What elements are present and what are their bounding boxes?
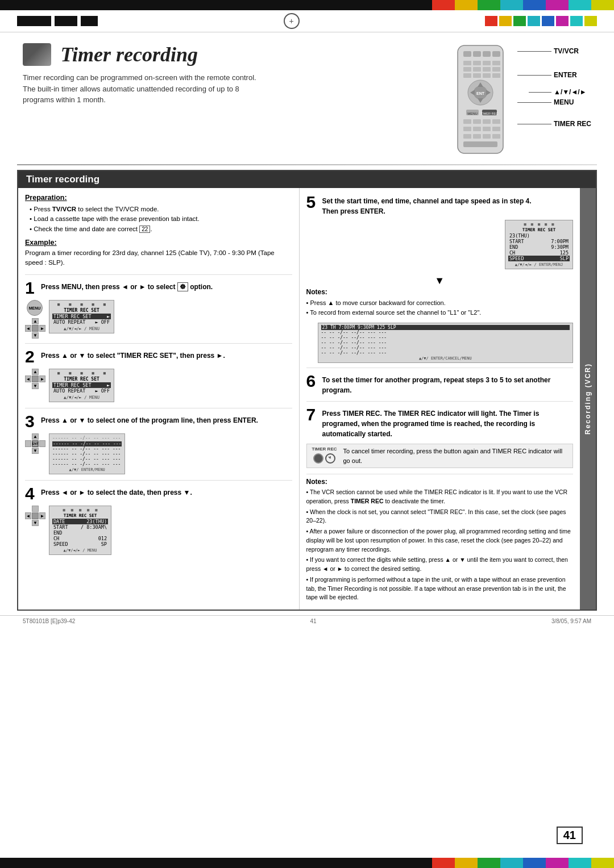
- step4: 4 Press ◄ or ► to select the date, then …: [25, 480, 292, 555]
- svg-rect-2: [473, 51, 481, 57]
- step7-text: Press TIMER REC. The TIMER REC indicator…: [322, 406, 574, 439]
- svg-rect-39: [492, 134, 500, 139]
- intro-line3: programs within 1 month.: [23, 94, 262, 106]
- step2-number: 2: [25, 348, 38, 365]
- black-bar2: [55, 16, 77, 26]
- svg-rect-37: [473, 134, 481, 139]
- page-number: 41: [557, 827, 583, 844]
- vcr-side-tab: Recording (VCR): [580, 188, 596, 610]
- svg-rect-40: [463, 141, 497, 147]
- notes-bottom-title: Notes:: [306, 478, 574, 486]
- step4-number: 4: [25, 485, 38, 502]
- cancel-timer-box: TIMER REC To cancel timer recording,: [306, 444, 574, 468]
- left-column: Preparation: • Press TV/VCR to select th…: [18, 188, 300, 610]
- svg-rect-7: [483, 61, 491, 65]
- svg-rect-32: [463, 127, 471, 131]
- step5-text: Set the start time, end time, channel an…: [322, 194, 532, 216]
- svg-rect-38: [483, 134, 491, 139]
- svg-rect-14: [473, 73, 481, 78]
- timer-rec-button-area: TIMER REC: [310, 446, 339, 464]
- top-color-bar: [0, 0, 614, 10]
- svg-rect-36: [463, 134, 471, 139]
- svg-text:ENT: ENT: [476, 91, 485, 95]
- svg-text:MENU: MENU: [467, 112, 478, 115]
- black-bar3: [81, 16, 98, 26]
- down-arrow: ▼: [306, 275, 574, 287]
- prep-title: Preparation:: [25, 194, 292, 202]
- step2-text: Press ▲ or ▼ to select "TIMER REC SET", …: [41, 348, 225, 361]
- svg-rect-13: [463, 73, 471, 78]
- svg-rect-29: [473, 119, 481, 124]
- svg-rect-11: [483, 67, 491, 72]
- step1-remote: MENU ▲ ◄ ► ▼: [25, 300, 44, 337]
- step1-text: Press MENU, then press ◄ or ► to select …: [41, 279, 213, 292]
- svg-text:TIMER REC: TIMER REC: [481, 112, 498, 115]
- footer-left: 5T80101B [E]p39-42: [23, 618, 75, 624]
- step3-number: 3: [25, 413, 38, 430]
- vcr-label: Recording (VCR): [584, 357, 592, 440]
- step3-screen: ------ -- -/-- -- --- --- ------ -- -/--…: [49, 433, 125, 474]
- note-bottom-1: • The VCR section cannot be used while t…: [306, 488, 574, 506]
- enter-label: ENTER: [554, 71, 577, 79]
- example-section: Example: Program a timer recording for 2…: [25, 239, 292, 268]
- note-bottom-4: • If you want to correct the digits whil…: [306, 556, 574, 574]
- step4-text: Press ◄ or ► to select the date, then pr…: [41, 485, 192, 498]
- notes-right: Notes: • Press ▲ to move cursor backward…: [306, 288, 574, 317]
- black-bar: [17, 16, 51, 26]
- svg-rect-10: [473, 67, 481, 72]
- step2: 2 Press ▲ or ▼ to select "TIMER REC SET"…: [25, 343, 292, 402]
- svg-rect-12: [492, 67, 500, 72]
- step6: 6 To set the timer for another program, …: [306, 368, 574, 395]
- step3-remote: ▲ ENT ▼: [25, 433, 44, 453]
- notes-right-item2: • To record from external source set the…: [306, 308, 574, 318]
- intro-line2: The built-in timer allows automatic unat…: [23, 84, 262, 95]
- svg-rect-3: [483, 51, 491, 57]
- bottom-color-bar: [0, 858, 614, 868]
- step5-result-screen: 23 TH 7:00PM 9:30PM 125 SLP -- -- -/-- -…: [318, 323, 574, 363]
- example-title: Example:: [25, 239, 292, 247]
- footer: 5T80101B [E]p39-42 41 3/8/05, 9:57 AM: [0, 615, 614, 627]
- intro-line1: Timer recording can be programmed on-scr…: [23, 72, 262, 84]
- svg-rect-30: [483, 119, 491, 124]
- note-bottom-3: • After a power failure or disconnection…: [306, 527, 574, 554]
- header-section: Timer recording Timer recording can be p…: [0, 32, 614, 164]
- notes-right-item1: • Press ▲ to move cursor backward for co…: [306, 298, 574, 308]
- prep-item-1: • Press TV/VCR to select the TV/VCR mode…: [25, 205, 292, 214]
- right-column: 5 Set the start time, end time, channel …: [300, 188, 580, 610]
- cancel-timer-text: To cancel timer recording, press the but…: [343, 446, 570, 465]
- step5: 5 Set the start time, end time, channel …: [306, 194, 574, 269]
- note-bottom-5: • If programming is performed without a …: [306, 575, 574, 602]
- menu-label: MENU: [554, 98, 574, 106]
- svg-rect-31: [492, 119, 500, 124]
- svg-rect-4: [492, 51, 500, 57]
- example-text: Program a timer recording for 23rd day, …: [25, 248, 292, 268]
- svg-rect-6: [473, 61, 481, 65]
- crosshair-center: +: [284, 13, 300, 29]
- tv-vcr-label: TV/VCR: [554, 47, 579, 55]
- notes-right-title: Notes:: [306, 288, 574, 296]
- step4-screen: ■■■■■ TIMER REC SET DATE23(THU) START/ 8…: [49, 506, 111, 555]
- step3-text: Press ▲ or ▼ to select one of the progra…: [41, 413, 258, 425]
- remote-illustration: ENT MENU TIMER REC: [449, 43, 512, 158]
- nav-label: ▲/▼/◄/►: [554, 88, 587, 96]
- step7-number: 7: [306, 406, 319, 423]
- svg-rect-15: [483, 73, 491, 78]
- svg-rect-16: [492, 73, 500, 78]
- svg-rect-34: [483, 127, 491, 131]
- svg-rect-8: [492, 61, 500, 65]
- page-title: Timer recording: [60, 43, 198, 66]
- timer-rec-label: TIMER REC: [554, 120, 591, 128]
- svg-rect-35: [492, 127, 500, 131]
- step1: 1 Press MENU, then press ◄ or ► to selec…: [25, 274, 292, 337]
- step6-number: 6: [306, 373, 319, 390]
- step2-remote: ▲ ◄ ► ▼: [25, 369, 44, 388]
- step3: 3 Press ▲ or ▼ to select one of the prog…: [25, 408, 292, 474]
- step1-number: 1: [25, 279, 38, 297]
- footer-center: 41: [310, 618, 317, 624]
- svg-rect-5: [463, 61, 471, 65]
- main-content-box: Timer recording Preparation: • Press TV/…: [17, 170, 597, 611]
- step5-number: 5: [306, 194, 319, 211]
- section-title: Timer recording: [18, 171, 596, 188]
- step6-text: To set the timer for another program, re…: [322, 373, 574, 395]
- note-bottom-2: • When the clock is not set, you cannot …: [306, 508, 574, 526]
